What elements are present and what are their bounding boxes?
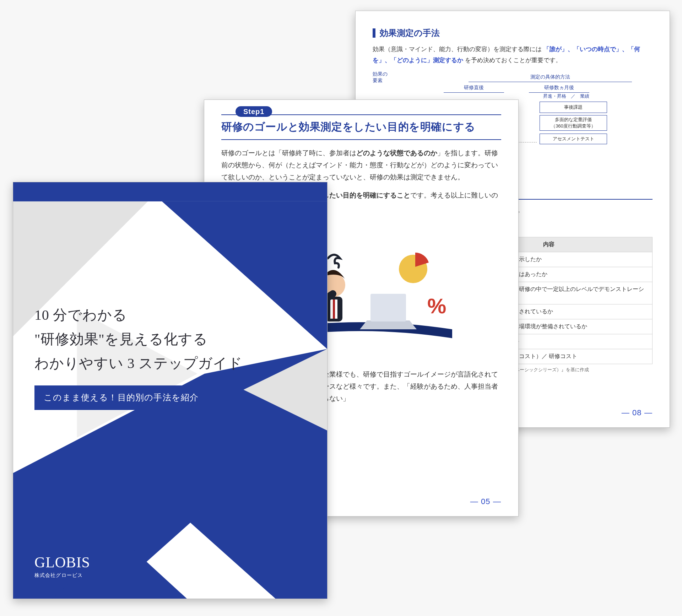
- cover-tagline: このまま使える！目的別の手法を紹介: [34, 385, 208, 410]
- cover-title-block: 10 分でわかる "研修効果"を見える化する わかりやすい 3 ステップガイド …: [34, 303, 243, 410]
- svg-rect-8: [13, 182, 327, 201]
- brand-company: 株式会社グロービス: [34, 572, 90, 579]
- cover-title-line3: わかりやすい 3 ステップガイド: [34, 351, 243, 375]
- diagram-col-immediate: 研修直後: [444, 85, 504, 93]
- step-divider: Step1: [221, 113, 501, 116]
- cover-title-line1: 10 分でわかる: [34, 303, 243, 327]
- svg-marker-0: [360, 320, 417, 329]
- cover-page: 10 分でわかる "研修効果"を見える化する わかりやすい 3 ステップガイド …: [13, 182, 328, 599]
- section-title: 効果測定の手法: [380, 27, 440, 39]
- diagram-box-assessment: アセスメントテスト: [540, 134, 607, 144]
- svg-rect-1: [370, 294, 406, 321]
- diagram-col-months: 研修数ヵ月後: [529, 85, 589, 93]
- measurement-intro: 効果（意識・マインド、能力、行動の変容）を測定する際には 「誰が」、「いつの時点…: [373, 44, 653, 66]
- page-number: — 08 —: [622, 408, 653, 417]
- step1-title: 研修のゴールと効果測定をしたい目的を明確にする: [221, 120, 501, 134]
- diagram-note-promotion: 昇進・昇格 ／ 業績: [543, 93, 589, 99]
- diagram-left-axis: 効果の 要素: [373, 71, 388, 84]
- brand-logo-text: GLOBIS: [34, 554, 90, 571]
- svg-rect-5: [333, 299, 335, 319]
- cover-title-line2: "研修効果"を見える化する: [34, 327, 243, 351]
- section-heading-measurement: 効果測定の手法: [373, 27, 653, 39]
- underline: [221, 139, 501, 140]
- cover-brand: GLOBIS 株式会社グロービス: [34, 554, 90, 579]
- diagram-title: 測定の具体的方法: [469, 74, 632, 82]
- page-number: — 05 —: [470, 497, 501, 506]
- diagram-box-quant: 多面的な定量評価 （360度行動調査等）: [540, 115, 607, 131]
- step-badge: Step1: [236, 108, 272, 116]
- diagram-box-followup: 事後課題: [540, 102, 607, 113]
- svg-text:%: %: [427, 294, 446, 318]
- step1-paragraph-1: 研修のゴールとは「研修終了時に、参加者はどのような状態であるのか」を指します。研…: [221, 147, 501, 184]
